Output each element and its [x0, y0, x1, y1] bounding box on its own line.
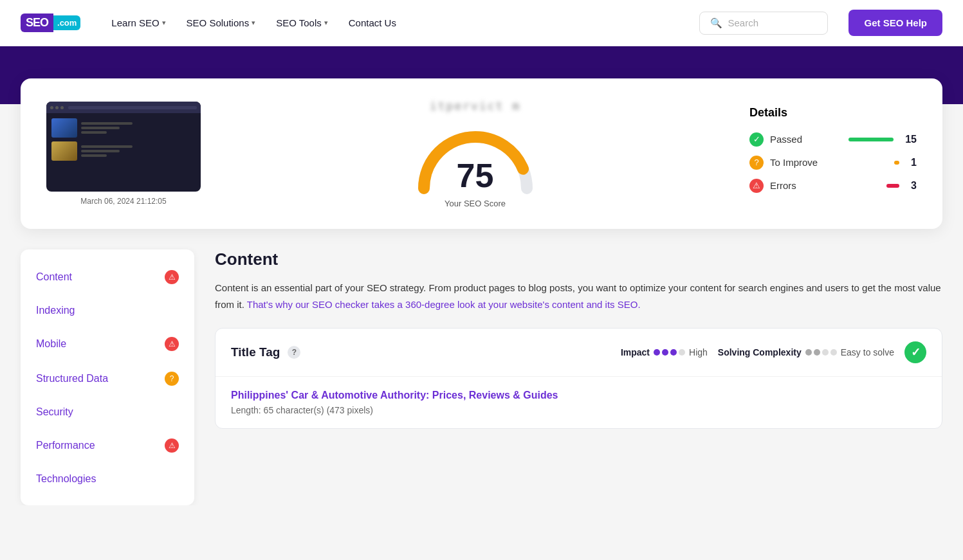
detail-label-errors: Errors: [770, 180, 880, 191]
sidebar-item-indexing[interactable]: Indexing: [21, 294, 194, 327]
chevron-down-icon: ▾: [252, 19, 255, 27]
site-preview: March 06, 2024 21:12:05: [46, 102, 201, 206]
help-icon[interactable]: ?: [288, 346, 300, 359]
title-tag-card: Title Tag ? Impact High Solv: [215, 328, 942, 429]
pass-icon: ✓: [749, 132, 764, 147]
search-icon: 🔍: [710, 17, 722, 29]
detail-row-improve: ? To Improve 1: [749, 156, 917, 170]
sidebar-item-content[interactable]: Content ⚠: [21, 260, 194, 294]
site-date: March 06, 2024 21:12:05: [46, 197, 201, 206]
impact-dot-4: [679, 349, 685, 356]
complexity-dot-4: [830, 349, 837, 356]
sidebar-label-security: Security: [36, 406, 73, 418]
sidebar-label-indexing: Indexing: [36, 305, 75, 316]
sidebar: Content ⚠ Indexing Mobile ⚠ Structured D…: [21, 249, 194, 505]
detail-row-errors: ⚠ Errors 3: [749, 179, 917, 193]
section-heading: Content: [215, 249, 942, 269]
score-gauge: 75: [411, 118, 540, 195]
score-number: 75: [457, 159, 494, 192]
preview-screenshot: [46, 102, 201, 192]
search-input[interactable]: 🔍 Search: [699, 12, 828, 35]
detail-label-passed: Passed: [770, 134, 842, 145]
sidebar-badge-mobile: ⚠: [165, 337, 179, 351]
complexity-label: Solving Complexity: [718, 347, 802, 357]
main-content: Content Content is an essential part of …: [194, 249, 942, 505]
detail-count-passed: 15: [905, 134, 917, 145]
impact-dot-3: [670, 349, 677, 356]
impact-label: Impact: [621, 347, 650, 357]
content-section: Content ⚠ Indexing Mobile ⚠ Structured D…: [21, 249, 942, 505]
impact-group: Impact High: [621, 347, 708, 357]
complexity-value: Easy to solve: [841, 347, 894, 357]
check-meta: Impact High Solving Complexity: [621, 341, 926, 363]
detail-bar-improve: [894, 161, 899, 165]
sidebar-item-performance[interactable]: Performance ⚠: [21, 428, 194, 463]
detail-count-errors: 3: [911, 180, 917, 192]
impact-dots: [654, 349, 685, 356]
sidebar-item-structured-data[interactable]: Structured Data ?: [21, 361, 194, 396]
complexity-dots: [805, 349, 837, 356]
nav-item-learn-seo[interactable]: Learn SEO ▾: [111, 17, 165, 28]
error-icon: ⚠: [749, 179, 764, 193]
details-section: Details ✓ Passed 15 ? To Improve 1 ⚠ Err…: [749, 106, 917, 202]
nav-item-seo-solutions[interactable]: SEO Solutions ▾: [187, 17, 256, 28]
impact-dot-1: [654, 349, 660, 356]
title-tag-title: Title Tag: [231, 345, 280, 359]
sidebar-label-content: Content: [36, 271, 72, 283]
complexity-dot-3: [822, 349, 829, 356]
score-card: March 06, 2024 21:12:05 itpervict m 75 Y…: [21, 78, 942, 229]
title-tag-body: Philippines' Car & Automotive Authority:…: [216, 377, 942, 428]
get-seo-help-button[interactable]: Get SEO Help: [848, 10, 942, 36]
sidebar-item-security[interactable]: Security: [21, 396, 194, 428]
navbar: SEO .com Learn SEO ▾ SEO Solutions ▾ SEO…: [0, 0, 963, 46]
logo-com: .com: [53, 15, 80, 30]
sidebar-label-mobile: Mobile: [36, 338, 66, 350]
sidebar-badge-content: ⚠: [165, 270, 179, 284]
result-title: Philippines' Car & Automotive Authority:…: [231, 390, 926, 401]
score-label: Your SEO Score: [445, 199, 506, 208]
complexity-dot-1: [805, 349, 812, 356]
sidebar-item-technologies[interactable]: Technologies: [21, 463, 194, 495]
section-description: Content is an essential part of your SEO…: [215, 280, 942, 312]
preview-thumb-1: [51, 118, 77, 138]
sidebar-badge-performance: ⚠: [165, 438, 179, 453]
section-desc-link[interactable]: That's why our SEO checker takes a 360-d…: [247, 299, 641, 310]
check-pass-icon: ✓: [904, 341, 926, 363]
title-tag-header: Title Tag ? Impact High Solv: [216, 329, 942, 377]
impact-value: High: [689, 347, 708, 357]
sidebar-label-technologies: Technologies: [36, 473, 96, 485]
detail-row-passed: ✓ Passed 15: [749, 132, 917, 147]
blurred-title: itpervict m: [430, 99, 520, 113]
detail-label-improve: To Improve: [770, 157, 888, 168]
complexity-dot-2: [814, 349, 820, 356]
sidebar-label-structured-data: Structured Data: [36, 373, 108, 384]
details-title: Details: [749, 106, 917, 120]
warn-icon: ?: [749, 156, 764, 170]
detail-count-improve: 1: [911, 157, 917, 168]
detail-bar-errors: [886, 184, 899, 188]
nav-item-seo-tools[interactable]: SEO Tools ▾: [276, 17, 328, 28]
logo[interactable]: SEO .com: [21, 14, 80, 32]
chevron-down-icon: ▾: [162, 19, 166, 27]
sidebar-label-performance: Performance: [36, 440, 95, 451]
impact-dot-2: [662, 349, 668, 356]
sidebar-item-mobile[interactable]: Mobile ⚠: [21, 327, 194, 361]
nav-item-contact-us[interactable]: Contact Us: [349, 17, 396, 28]
sidebar-badge-structured-data: ?: [165, 372, 179, 386]
logo-seo: SEO: [21, 14, 53, 32]
chevron-down-icon: ▾: [324, 19, 328, 27]
preview-thumb-2: [51, 141, 77, 161]
score-section: itpervict m 75 Your SEO Score: [226, 99, 724, 208]
result-meta: Length: 65 character(s) (473 pixels): [231, 405, 926, 415]
detail-bar-passed: [848, 138, 894, 141]
complexity-group: Solving Complexity Easy to solve: [718, 347, 894, 357]
